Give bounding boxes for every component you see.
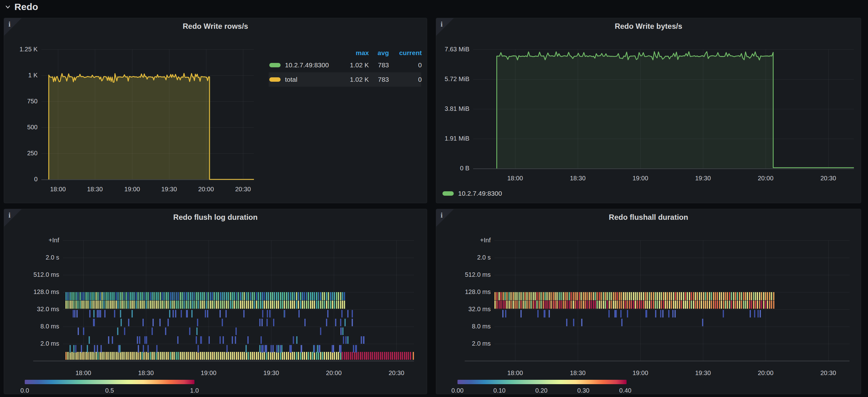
info-icon: i: [441, 20, 443, 29]
heatmap-cell: [504, 292, 506, 300]
heatmap-cell: [236, 328, 237, 335]
heatmap-cell: [360, 352, 361, 360]
panel-info-corner[interactable]: i: [4, 18, 22, 36]
heatmap-cell: [627, 292, 628, 300]
heatmap-cell: [226, 301, 227, 309]
legend-series-toggle[interactable]: 10.2.7.49:8300: [442, 189, 502, 198]
heatmap-cell: [228, 352, 229, 360]
heatmap-cell: [651, 301, 652, 309]
heatmap-cell: [174, 352, 175, 360]
heatmap-cell: [549, 310, 550, 317]
heatmap-cell: [534, 292, 536, 300]
heatmap-plot-area[interactable]: [63, 240, 414, 361]
heatmap-cell: [353, 345, 354, 353]
heatmap-cell: [75, 345, 76, 353]
heatmap-cell: [95, 352, 97, 360]
heatmap-cell: [296, 292, 297, 300]
heatmap-cell: [170, 301, 171, 309]
legend-series-toggle[interactable]: total: [269, 76, 341, 83]
legend-col-avg[interactable]: avg: [369, 49, 389, 57]
heatmap-cell: [156, 292, 157, 300]
heatmap-cell: [286, 352, 287, 360]
heatmap-cell: [100, 292, 101, 300]
y-tick-label: 500: [4, 124, 38, 131]
heatmap-cell: [236, 352, 237, 360]
heatmap-cell: [247, 336, 249, 344]
heatmap-cell: [256, 301, 257, 309]
heatmap-cell: [292, 352, 293, 360]
dashboard-row-header[interactable]: Redo: [4, 1, 38, 12]
heatmap-cell: [274, 301, 275, 309]
heatmap-cell: [267, 319, 268, 326]
heatmap-cell: [633, 301, 634, 309]
heatmap-cell: [342, 301, 343, 309]
heatmap-cell: [208, 292, 209, 300]
heatmap-cell: [80, 301, 81, 309]
legend-col-max[interactable]: max: [341, 49, 369, 57]
heatmap-cell: [647, 292, 648, 300]
heatmap-cell: [103, 352, 104, 360]
heatmap-cell: [250, 301, 251, 309]
panel-title[interactable]: Redo flushall duration: [436, 213, 861, 222]
x-tick-label: 18:30: [556, 175, 600, 182]
heatmap-cell: [737, 301, 738, 309]
heatmap-cell: [271, 345, 272, 353]
panel-title[interactable]: Redo flush log duration: [4, 213, 427, 222]
panel-title[interactable]: Redo Write bytes/s: [436, 22, 861, 31]
heatmap-cell: [219, 336, 221, 344]
heatmap-cell: [320, 301, 321, 309]
heatmap-cell: [127, 352, 129, 360]
heatmap-plot-area[interactable]: [494, 240, 849, 361]
heatmap-cell: [344, 319, 346, 326]
heatmap-cell: [755, 292, 756, 300]
legend-col-current[interactable]: current: [389, 49, 422, 57]
heatmap-cell: [242, 301, 243, 309]
heatmap-cell: [362, 352, 363, 360]
heatmap-cell: [316, 292, 317, 300]
legend-value-avg: 783: [369, 61, 389, 69]
heatmap-cell: [604, 301, 606, 309]
heatmap-cell: [627, 310, 628, 317]
heatmap-cell: [625, 292, 626, 300]
legend-series-toggle[interactable]: 10.2.7.49:8300: [269, 61, 341, 69]
heatmap-cell: [78, 301, 79, 309]
heatmap-cell: [226, 292, 227, 300]
heatmap-cell: [82, 352, 83, 360]
heatmap-cell: [579, 301, 580, 309]
heatmap-cell: [67, 292, 69, 300]
panel-info-corner[interactable]: i: [4, 209, 22, 227]
y-tick-label: 2.0 s: [441, 254, 491, 261]
heatmap-cell: [525, 301, 526, 309]
heatmap-cell: [202, 352, 203, 360]
panel-info-corner[interactable]: i: [436, 18, 454, 36]
time-series-plot-area[interactable]: [41, 50, 254, 179]
heatmap-cell: [587, 301, 588, 309]
heatmap-cell: [152, 352, 153, 360]
heatmap-cell: [65, 352, 67, 360]
heatmap-cell: [259, 319, 260, 326]
panel-title[interactable]: Redo Write rows/s: [4, 22, 427, 31]
heatmap-cell: [83, 292, 85, 300]
heatmap-cell: [620, 310, 622, 317]
heatmap-cell: [186, 292, 187, 300]
time-series-plot-area[interactable]: [473, 50, 854, 169]
heatmap-cell: [536, 292, 538, 300]
heatmap-cell: [78, 352, 79, 360]
panel-info-corner[interactable]: i: [436, 209, 454, 227]
panel-redo-write-bytes: Redo Write bytes/s i 10.2.7.49:8300 7.63…: [436, 18, 861, 203]
heatmap-cell: [216, 301, 217, 309]
x-tick-label: 20:30: [806, 369, 850, 377]
heatmap-cell: [288, 352, 289, 360]
heatmap-cell: [579, 292, 580, 300]
heatmap-cell: [519, 301, 520, 309]
heatmap-cell: [545, 301, 546, 309]
heatmap-cell: [288, 301, 289, 309]
heatmap-cell: [666, 301, 668, 309]
series-color-swatch: [442, 191, 454, 196]
heatmap-cell: [348, 352, 349, 360]
heatmap-cell: [506, 292, 507, 300]
y-tick-label: 8.0 ms: [9, 323, 59, 330]
heatmap-cell: [556, 301, 558, 309]
heatmap-cell: [190, 292, 191, 300]
heatmap-cell: [603, 292, 604, 300]
